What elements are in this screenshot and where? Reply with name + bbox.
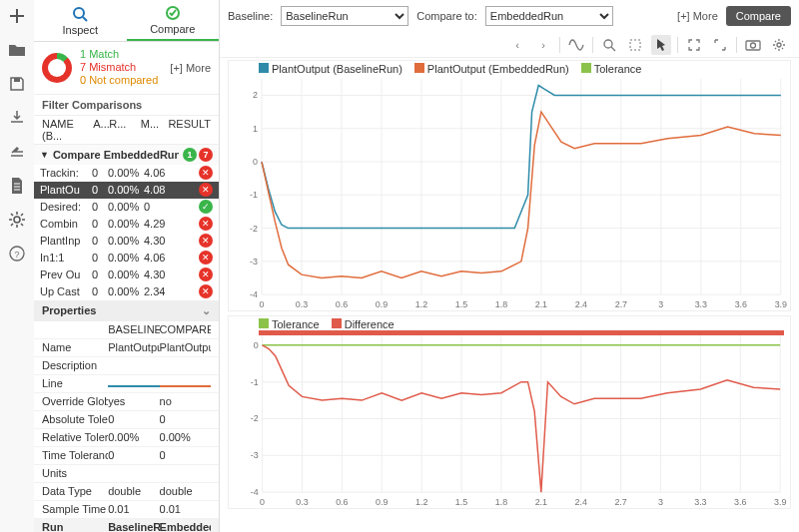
svg-point-6 xyxy=(604,40,612,48)
svg-text:0.6: 0.6 xyxy=(336,299,348,309)
svg-text:2.1: 2.1 xyxy=(535,497,547,507)
svg-text:3.9: 3.9 xyxy=(774,497,786,507)
svg-text:-2: -2 xyxy=(251,413,259,423)
svg-text:3.9: 3.9 xyxy=(775,299,787,309)
svg-text:0.9: 0.9 xyxy=(376,299,388,309)
left-rail: ? xyxy=(0,0,34,532)
toolbar-more-link[interactable]: [+] More xyxy=(677,10,718,22)
next-icon[interactable]: › xyxy=(533,35,553,55)
svg-text:-4: -4 xyxy=(250,289,258,299)
svg-text:0.6: 0.6 xyxy=(336,497,348,507)
compare-button[interactable]: Compare xyxy=(726,6,791,26)
group-ok-badge: 1 xyxy=(183,148,197,162)
property-row: Line xyxy=(34,375,219,393)
tab-compare-label: Compare xyxy=(150,23,195,35)
filter-title: Filter Comparisons xyxy=(34,95,219,116)
chart1-legend: PlantOutput (BaselineRun) PlantOutput (E… xyxy=(259,63,641,75)
fit-icon[interactable] xyxy=(684,35,704,55)
svg-text:3: 3 xyxy=(658,497,663,507)
svg-text:0.3: 0.3 xyxy=(296,497,308,507)
tab-compare[interactable]: Compare xyxy=(127,0,220,41)
settings-icon[interactable] xyxy=(7,210,27,230)
svg-text:-3: -3 xyxy=(250,257,258,266)
property-row: Description xyxy=(34,357,219,375)
signal-row[interactable]: PlantOu00.00%4.08✕ xyxy=(34,182,219,199)
pointer-icon[interactable] xyxy=(651,35,671,55)
signal-row[interactable]: Trackin:00.00%4.06✕ xyxy=(34,165,219,182)
side-panel: Inspect Compare 1 Match 7 Mismatch 0 Not… xyxy=(34,0,220,532)
svg-text:3.3: 3.3 xyxy=(695,299,707,309)
signal-row[interactable]: PlantInp00.00%4.30✕ xyxy=(34,233,219,250)
svg-text:3.3: 3.3 xyxy=(694,497,706,507)
export-icon[interactable] xyxy=(7,142,27,162)
import-icon[interactable] xyxy=(7,108,27,128)
tab-inspect[interactable]: Inspect xyxy=(34,0,127,41)
svg-text:?: ? xyxy=(14,250,19,260)
svg-text:2.4: 2.4 xyxy=(575,497,587,507)
chart-difference[interactable]: Tolerance Difference 00.30.60.91.21.51.8… xyxy=(228,315,791,509)
svg-text:1.5: 1.5 xyxy=(455,299,467,309)
zoom-region-icon[interactable] xyxy=(625,35,645,55)
panel-tabs: Inspect Compare xyxy=(34,0,219,42)
expand-icon[interactable] xyxy=(710,35,730,55)
charts-area: PlantOutput (BaselineRun) PlantOutput (E… xyxy=(220,58,799,532)
signal-row[interactable]: Up Cast00.00%2.34✕ xyxy=(34,283,219,300)
chart2-legend: Tolerance Difference xyxy=(259,318,395,330)
save-icon[interactable] xyxy=(7,74,27,94)
add-icon[interactable] xyxy=(7,6,27,26)
signal-row[interactable]: Prev Ou00.00%4.30✕ xyxy=(34,266,219,283)
prev-icon[interactable]: ‹ xyxy=(507,35,527,55)
signal-row[interactable]: Desired:00.00%0✓ xyxy=(34,199,219,216)
baseline-select[interactable]: BaselineRun xyxy=(281,6,408,26)
svg-text:2.4: 2.4 xyxy=(575,299,587,309)
folder-icon[interactable] xyxy=(7,40,27,60)
mismatch-bar xyxy=(259,330,784,335)
svg-text:1.2: 1.2 xyxy=(415,497,427,507)
summary-notcomp: 0 Not compared xyxy=(80,74,158,87)
group-row[interactable]: ▼ Compare EmbeddedRun to Base 1 7 xyxy=(34,145,219,165)
svg-text:3: 3 xyxy=(658,299,663,309)
svg-point-10 xyxy=(777,43,781,47)
svg-text:0: 0 xyxy=(260,497,265,507)
svg-text:-3: -3 xyxy=(251,450,259,460)
group-label: Compare EmbeddedRun to Base xyxy=(53,149,179,161)
help-icon[interactable]: ? xyxy=(7,244,27,264)
svg-text:-2: -2 xyxy=(250,224,258,234)
signal-row[interactable]: In1:100.00%4.06✕ xyxy=(34,250,219,266)
property-row: Time Tolerance00 xyxy=(34,447,219,465)
plot-toolbar: ‹ › xyxy=(220,32,799,58)
zoom-icon[interactable] xyxy=(599,35,619,55)
chart-signals[interactable]: PlantOutput (BaselineRun) PlantOutput (E… xyxy=(228,60,791,311)
summary-match: 1 Match xyxy=(80,48,158,61)
svg-text:2.1: 2.1 xyxy=(535,299,547,309)
svg-text:-1: -1 xyxy=(250,190,258,200)
property-row: Override Global Toleyesno xyxy=(34,393,219,411)
svg-text:1.2: 1.2 xyxy=(415,299,427,309)
signal-row[interactable]: Combin00.00%4.29✕ xyxy=(34,216,219,233)
property-row: Absolute Tolerance00 xyxy=(34,411,219,429)
svg-point-9 xyxy=(751,43,756,48)
summary-more-link[interactable]: [+] More xyxy=(170,62,211,74)
svg-text:0.3: 0.3 xyxy=(296,299,308,309)
svg-text:3.6: 3.6 xyxy=(734,497,746,507)
camera-icon[interactable] xyxy=(743,35,763,55)
summary-donut-icon xyxy=(42,53,72,83)
compareto-label: Compare to: xyxy=(416,10,477,22)
property-row: RunBaselineRunEmbeddedRun xyxy=(34,519,219,532)
document-icon[interactable] xyxy=(7,176,27,196)
property-row: Data Typedoubledouble xyxy=(34,483,219,501)
compareto-select[interactable]: EmbeddedRun xyxy=(485,6,613,26)
svg-text:3.6: 3.6 xyxy=(735,299,747,309)
svg-rect-8 xyxy=(746,41,760,50)
svg-text:1.8: 1.8 xyxy=(495,497,507,507)
svg-text:0: 0 xyxy=(259,299,264,309)
signal-rows: Trackin:00.00%4.06✕PlantOu00.00%4.08✕Des… xyxy=(34,165,219,300)
column-headers: NAME (B...A...R...M...RESULT xyxy=(34,116,219,145)
svg-text:-4: -4 xyxy=(251,487,259,497)
property-row: NamePlantOutput (BPlantOutput (E xyxy=(34,339,219,357)
svg-text:1.8: 1.8 xyxy=(495,299,507,309)
properties-header[interactable]: Properties⌄ xyxy=(34,300,219,321)
gear-icon[interactable] xyxy=(769,35,789,55)
signal-icon[interactable] xyxy=(566,35,586,55)
svg-text:-1: -1 xyxy=(251,377,259,387)
